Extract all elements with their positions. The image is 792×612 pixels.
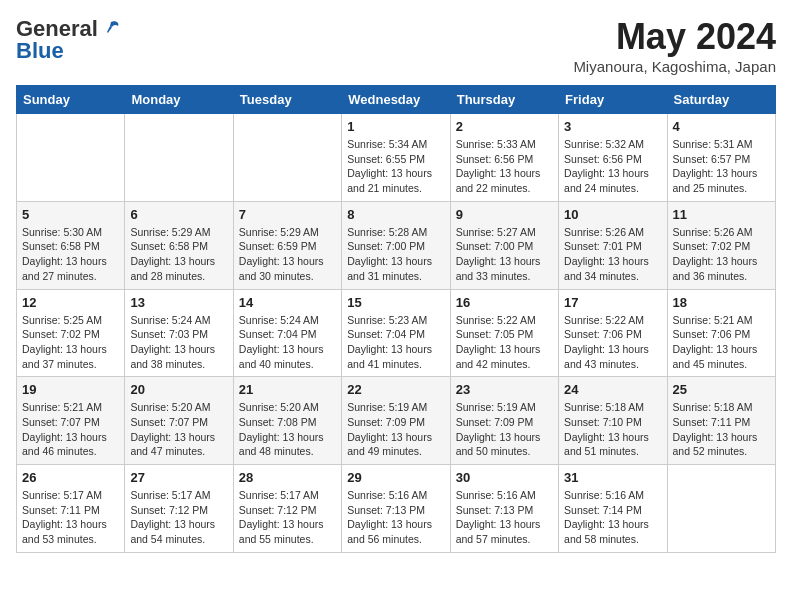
calendar-cell: 13Sunrise: 5:24 AMSunset: 7:03 PMDayligh… — [125, 289, 233, 377]
calendar-cell: 7Sunrise: 5:29 AMSunset: 6:59 PMDaylight… — [233, 201, 341, 289]
day-info: Sunrise: 5:20 AMSunset: 7:08 PMDaylight:… — [239, 400, 336, 459]
calendar-cell: 4Sunrise: 5:31 AMSunset: 6:57 PMDaylight… — [667, 114, 775, 202]
day-info: Sunrise: 5:16 AMSunset: 7:13 PMDaylight:… — [456, 488, 553, 547]
day-info: Sunrise: 5:18 AMSunset: 7:10 PMDaylight:… — [564, 400, 661, 459]
day-number: 7 — [239, 207, 336, 222]
day-info: Sunrise: 5:32 AMSunset: 6:56 PMDaylight:… — [564, 137, 661, 196]
day-info: Sunrise: 5:26 AMSunset: 7:02 PMDaylight:… — [673, 225, 770, 284]
calendar-cell: 25Sunrise: 5:18 AMSunset: 7:11 PMDayligh… — [667, 377, 775, 465]
day-info: Sunrise: 5:23 AMSunset: 7:04 PMDaylight:… — [347, 313, 444, 372]
weekday-header-thursday: Thursday — [450, 86, 558, 114]
day-number: 28 — [239, 470, 336, 485]
calendar-cell: 22Sunrise: 5:19 AMSunset: 7:09 PMDayligh… — [342, 377, 450, 465]
day-info: Sunrise: 5:29 AMSunset: 6:59 PMDaylight:… — [239, 225, 336, 284]
title-block: May 2024 Miyanoura, Kagoshima, Japan — [573, 16, 776, 75]
calendar-cell: 26Sunrise: 5:17 AMSunset: 7:11 PMDayligh… — [17, 465, 125, 553]
day-number: 26 — [22, 470, 119, 485]
weekday-header-tuesday: Tuesday — [233, 86, 341, 114]
calendar-cell: 23Sunrise: 5:19 AMSunset: 7:09 PMDayligh… — [450, 377, 558, 465]
calendar-cell: 6Sunrise: 5:29 AMSunset: 6:58 PMDaylight… — [125, 201, 233, 289]
calendar-week-row: 1Sunrise: 5:34 AMSunset: 6:55 PMDaylight… — [17, 114, 776, 202]
day-number: 24 — [564, 382, 661, 397]
day-number: 16 — [456, 295, 553, 310]
day-number: 13 — [130, 295, 227, 310]
calendar-cell: 1Sunrise: 5:34 AMSunset: 6:55 PMDaylight… — [342, 114, 450, 202]
day-info: Sunrise: 5:31 AMSunset: 6:57 PMDaylight:… — [673, 137, 770, 196]
day-number: 12 — [22, 295, 119, 310]
logo-blue-text: Blue — [16, 38, 64, 64]
day-number: 25 — [673, 382, 770, 397]
day-info: Sunrise: 5:24 AMSunset: 7:04 PMDaylight:… — [239, 313, 336, 372]
calendar-cell: 19Sunrise: 5:21 AMSunset: 7:07 PMDayligh… — [17, 377, 125, 465]
day-info: Sunrise: 5:29 AMSunset: 6:58 PMDaylight:… — [130, 225, 227, 284]
day-number: 20 — [130, 382, 227, 397]
day-info: Sunrise: 5:19 AMSunset: 7:09 PMDaylight:… — [347, 400, 444, 459]
day-info: Sunrise: 5:17 AMSunset: 7:11 PMDaylight:… — [22, 488, 119, 547]
calendar-cell — [667, 465, 775, 553]
day-number: 15 — [347, 295, 444, 310]
day-info: Sunrise: 5:22 AMSunset: 7:05 PMDaylight:… — [456, 313, 553, 372]
day-number: 4 — [673, 119, 770, 134]
calendar-week-row: 26Sunrise: 5:17 AMSunset: 7:11 PMDayligh… — [17, 465, 776, 553]
page-subtitle: Miyanoura, Kagoshima, Japan — [573, 58, 776, 75]
page-header: General Blue May 2024 Miyanoura, Kagoshi… — [16, 16, 776, 75]
logo: General Blue — [16, 16, 122, 64]
day-number: 11 — [673, 207, 770, 222]
calendar-cell: 10Sunrise: 5:26 AMSunset: 7:01 PMDayligh… — [559, 201, 667, 289]
weekday-header-sunday: Sunday — [17, 86, 125, 114]
calendar-cell: 15Sunrise: 5:23 AMSunset: 7:04 PMDayligh… — [342, 289, 450, 377]
day-number: 9 — [456, 207, 553, 222]
logo-bird-icon — [100, 18, 122, 40]
weekday-header-friday: Friday — [559, 86, 667, 114]
calendar-cell: 21Sunrise: 5:20 AMSunset: 7:08 PMDayligh… — [233, 377, 341, 465]
calendar-cell: 27Sunrise: 5:17 AMSunset: 7:12 PMDayligh… — [125, 465, 233, 553]
day-number: 18 — [673, 295, 770, 310]
day-number: 2 — [456, 119, 553, 134]
calendar-cell: 9Sunrise: 5:27 AMSunset: 7:00 PMDaylight… — [450, 201, 558, 289]
day-number: 21 — [239, 382, 336, 397]
calendar-cell: 12Sunrise: 5:25 AMSunset: 7:02 PMDayligh… — [17, 289, 125, 377]
calendar-cell: 5Sunrise: 5:30 AMSunset: 6:58 PMDaylight… — [17, 201, 125, 289]
day-number: 5 — [22, 207, 119, 222]
weekday-header-monday: Monday — [125, 86, 233, 114]
day-info: Sunrise: 5:17 AMSunset: 7:12 PMDaylight:… — [130, 488, 227, 547]
weekday-header-wednesday: Wednesday — [342, 86, 450, 114]
calendar-cell: 28Sunrise: 5:17 AMSunset: 7:12 PMDayligh… — [233, 465, 341, 553]
day-number: 17 — [564, 295, 661, 310]
day-number: 29 — [347, 470, 444, 485]
calendar-cell: 2Sunrise: 5:33 AMSunset: 6:56 PMDaylight… — [450, 114, 558, 202]
day-info: Sunrise: 5:19 AMSunset: 7:09 PMDaylight:… — [456, 400, 553, 459]
day-info: Sunrise: 5:18 AMSunset: 7:11 PMDaylight:… — [673, 400, 770, 459]
day-info: Sunrise: 5:22 AMSunset: 7:06 PMDaylight:… — [564, 313, 661, 372]
calendar-cell: 14Sunrise: 5:24 AMSunset: 7:04 PMDayligh… — [233, 289, 341, 377]
day-info: Sunrise: 5:34 AMSunset: 6:55 PMDaylight:… — [347, 137, 444, 196]
day-info: Sunrise: 5:33 AMSunset: 6:56 PMDaylight:… — [456, 137, 553, 196]
day-info: Sunrise: 5:28 AMSunset: 7:00 PMDaylight:… — [347, 225, 444, 284]
calendar-week-row: 5Sunrise: 5:30 AMSunset: 6:58 PMDaylight… — [17, 201, 776, 289]
day-number: 23 — [456, 382, 553, 397]
day-info: Sunrise: 5:21 AMSunset: 7:07 PMDaylight:… — [22, 400, 119, 459]
calendar-cell: 30Sunrise: 5:16 AMSunset: 7:13 PMDayligh… — [450, 465, 558, 553]
calendar-cell: 18Sunrise: 5:21 AMSunset: 7:06 PMDayligh… — [667, 289, 775, 377]
calendar-table: SundayMondayTuesdayWednesdayThursdayFrid… — [16, 85, 776, 553]
day-info: Sunrise: 5:30 AMSunset: 6:58 PMDaylight:… — [22, 225, 119, 284]
calendar-week-row: 12Sunrise: 5:25 AMSunset: 7:02 PMDayligh… — [17, 289, 776, 377]
calendar-cell — [17, 114, 125, 202]
day-info: Sunrise: 5:17 AMSunset: 7:12 PMDaylight:… — [239, 488, 336, 547]
calendar-cell: 24Sunrise: 5:18 AMSunset: 7:10 PMDayligh… — [559, 377, 667, 465]
calendar-cell: 20Sunrise: 5:20 AMSunset: 7:07 PMDayligh… — [125, 377, 233, 465]
weekday-header-row: SundayMondayTuesdayWednesdayThursdayFrid… — [17, 86, 776, 114]
day-info: Sunrise: 5:16 AMSunset: 7:13 PMDaylight:… — [347, 488, 444, 547]
day-info: Sunrise: 5:24 AMSunset: 7:03 PMDaylight:… — [130, 313, 227, 372]
calendar-cell: 17Sunrise: 5:22 AMSunset: 7:06 PMDayligh… — [559, 289, 667, 377]
calendar-cell: 8Sunrise: 5:28 AMSunset: 7:00 PMDaylight… — [342, 201, 450, 289]
calendar-cell: 29Sunrise: 5:16 AMSunset: 7:13 PMDayligh… — [342, 465, 450, 553]
calendar-cell: 3Sunrise: 5:32 AMSunset: 6:56 PMDaylight… — [559, 114, 667, 202]
day-number: 19 — [22, 382, 119, 397]
day-info: Sunrise: 5:20 AMSunset: 7:07 PMDaylight:… — [130, 400, 227, 459]
day-number: 3 — [564, 119, 661, 134]
day-info: Sunrise: 5:16 AMSunset: 7:14 PMDaylight:… — [564, 488, 661, 547]
day-number: 10 — [564, 207, 661, 222]
day-number: 27 — [130, 470, 227, 485]
weekday-header-saturday: Saturday — [667, 86, 775, 114]
